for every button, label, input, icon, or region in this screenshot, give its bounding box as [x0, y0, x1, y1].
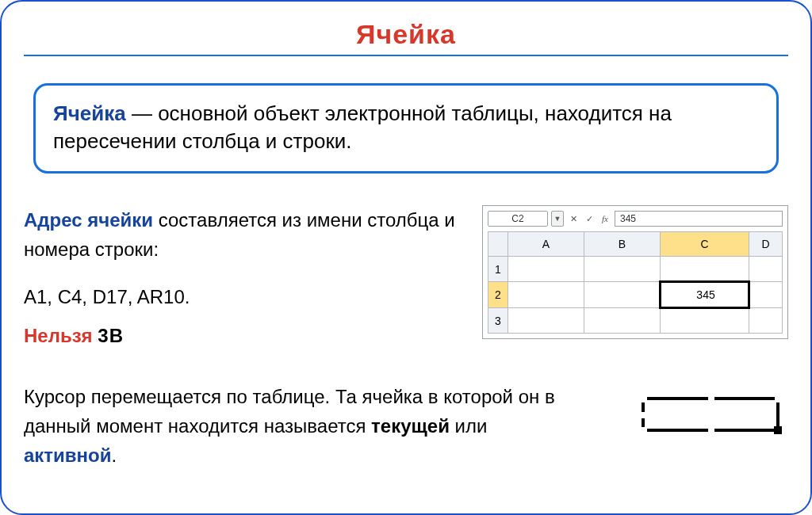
svg-rect-0 [643, 399, 778, 430]
row-header-1[interactable]: 1 [488, 257, 508, 282]
cell-C2-active[interactable]: 345 [660, 282, 749, 308]
address-examples: A1, C4, D17, AR10. [24, 282, 458, 311]
svg-rect-5 [775, 396, 781, 402]
cursor-text-dot: . [112, 444, 117, 466]
cell-D2[interactable] [749, 282, 783, 308]
cell-D3[interactable] [749, 308, 783, 334]
slide-frame: Ячейка Ячейка — основной объект электрон… [0, 0, 812, 515]
cell-A3[interactable] [508, 308, 584, 334]
svg-rect-4 [708, 396, 714, 402]
mini-spreadsheet: C2 ▼ ✕ ✓ fx 345 A B C D 1 [482, 205, 788, 339]
select-all-corner[interactable] [488, 232, 508, 257]
formula-bar: C2 ▼ ✕ ✓ fx 345 [488, 211, 783, 227]
name-box-dropdown[interactable]: ▼ [551, 211, 564, 227]
cell-B2[interactable] [584, 282, 660, 308]
definition-text: — основной объект электронной таблицы, н… [53, 101, 672, 153]
row-header-3[interactable]: 3 [488, 308, 508, 334]
cursor-text-or: или [450, 415, 487, 437]
bottom-row: Курсор перемещается по таблице. Та ячейк… [24, 382, 788, 471]
formula-input[interactable]: 345 [615, 211, 783, 227]
cursor-word-active: активной [24, 444, 112, 466]
grid: A B C D 1 2 345 [488, 231, 783, 334]
cell-D1[interactable] [749, 257, 783, 282]
cell-C1[interactable] [660, 257, 749, 282]
svg-rect-3 [641, 396, 647, 402]
svg-rect-8 [708, 428, 714, 434]
col-header-D[interactable]: D [749, 232, 783, 257]
fx-icon[interactable]: fx [599, 212, 611, 226]
confirm-icon[interactable]: ✓ [583, 212, 596, 226]
col-header-A[interactable]: A [508, 232, 584, 257]
svg-rect-2 [774, 426, 782, 434]
cell-B3[interactable] [584, 308, 660, 334]
warn-code: 3B [98, 325, 124, 346]
cell-B1[interactable] [584, 257, 660, 282]
title-underline [24, 55, 788, 56]
cursor-icon [641, 396, 783, 437]
middle-row: Адрес ячейки составляется из имени столб… [24, 205, 788, 350]
cell-A1[interactable] [508, 257, 584, 282]
cell-A2[interactable] [508, 282, 584, 308]
cursor-paragraph: Курсор перемещается по таблице. Та ячейк… [24, 382, 585, 471]
svg-rect-6 [641, 412, 647, 418]
name-box[interactable]: C2 [488, 211, 548, 227]
slide-title: Ячейка [24, 19, 788, 50]
cancel-icon[interactable]: ✕ [567, 212, 580, 226]
row-header-2[interactable]: 2 [488, 282, 508, 308]
definition-box: Ячейка — основной объект электронной таб… [33, 83, 779, 174]
address-term: Адрес ячейки [24, 209, 153, 231]
address-warning: Нельзя 3B [24, 321, 458, 350]
col-header-C[interactable]: C [660, 232, 749, 257]
cursor-word-current: текущей [371, 415, 450, 437]
cell-C3[interactable] [660, 308, 749, 334]
svg-rect-7 [641, 427, 647, 433]
active-cell-cursor-illustration [617, 382, 788, 437]
address-block: Адрес ячейки составляется из имени столб… [24, 205, 458, 350]
definition-term: Ячейка [53, 101, 126, 125]
col-header-B[interactable]: B [584, 232, 660, 257]
warn-label: Нельзя [24, 325, 93, 346]
